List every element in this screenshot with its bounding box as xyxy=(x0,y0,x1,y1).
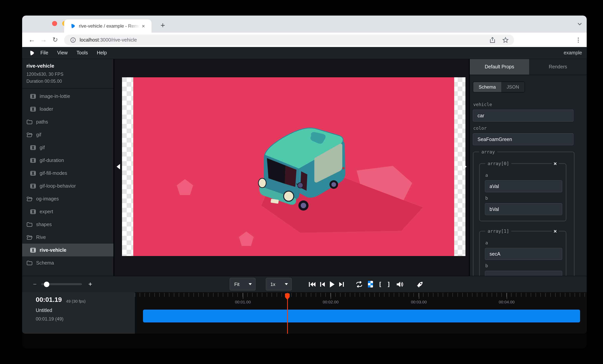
sidebar-item-gif[interactable]: gif xyxy=(22,141,114,154)
browser-tab[interactable]: rive-vehicle / example - Remot × xyxy=(64,19,151,33)
zoom-slider-thumb[interactable] xyxy=(44,282,49,287)
array-field-input[interactable]: bVal xyxy=(485,203,562,215)
folder-closed-icon xyxy=(26,260,33,266)
back-button[interactable]: ← xyxy=(26,36,38,44)
field-input-vehicle[interactable]: car xyxy=(473,110,573,122)
track-duration: 00:01.19 (49) xyxy=(36,316,64,322)
field-input-color[interactable]: SeaFoamGreen xyxy=(473,133,573,145)
share-icon[interactable] xyxy=(489,37,495,43)
composition-icon xyxy=(30,157,36,163)
sidebar-item-Rive[interactable]: Rive xyxy=(22,231,114,244)
forward-button[interactable]: → xyxy=(38,36,49,44)
render-rocket-icon[interactable] xyxy=(417,281,424,288)
reload-button[interactable]: ↻ xyxy=(49,36,61,44)
folder-open-icon xyxy=(26,234,33,240)
toggle-schema[interactable]: Schema xyxy=(473,82,501,92)
remove-array-item-icon[interactable]: × xyxy=(552,228,559,234)
composition-icon xyxy=(30,106,36,112)
set-in-point-icon[interactable]: [ xyxy=(378,281,382,288)
sidebar-item-gif[interactable]: gif xyxy=(22,128,114,141)
transparency-checkerboard-icon[interactable] xyxy=(368,281,373,287)
sidebar-item-expert[interactable]: expert xyxy=(22,205,114,218)
track-name: Untitled xyxy=(36,308,52,313)
canvas-zoom-control: − + xyxy=(33,276,92,292)
ruler-second-tick xyxy=(419,293,419,299)
props-tabs: Default Props Renders xyxy=(470,59,587,75)
tab-default-props[interactable]: Default Props xyxy=(470,59,529,75)
sidebar-item-rive-vehicle[interactable]: rive-vehicle xyxy=(22,244,114,256)
sidebar-item-Schema[interactable]: Schema xyxy=(22,256,114,269)
array-item-group: array[0] × a aVal b bVal xyxy=(479,163,567,221)
ruler-label: 00:01.00 xyxy=(227,299,258,304)
array-field-input[interactable] xyxy=(485,271,562,276)
loop-icon[interactable] xyxy=(356,281,363,287)
array-field-input[interactable]: secA xyxy=(485,248,562,260)
sidebar-item-og-images[interactable]: og-images xyxy=(22,192,114,205)
compositions-sidebar: rive-vehicle 1200x630, 30 FPS Duration 0… xyxy=(22,59,114,276)
tab-renders[interactable]: Renders xyxy=(529,59,587,75)
close-window-button[interactable] xyxy=(52,21,57,26)
array-field-input[interactable]: aVal xyxy=(485,180,562,192)
main-area: rive-vehicle 1200x630, 30 FPS Duration 0… xyxy=(22,59,587,276)
volume-icon[interactable] xyxy=(397,281,404,287)
sidebar-item-gif-loop-behavior[interactable]: gif-loop-behavior xyxy=(22,180,114,192)
timeline-track-area[interactable]: 00:01.0000:02.0000:03.0000:04.00 xyxy=(135,292,587,334)
timeline-track-bar[interactable] xyxy=(143,310,580,322)
sidebar-item-shapes[interactable]: shapes xyxy=(22,218,114,231)
tab-close-icon[interactable]: × xyxy=(142,23,145,29)
zoom-in-icon[interactable]: + xyxy=(88,280,92,288)
play-icon[interactable] xyxy=(329,281,335,287)
jump-to-start-icon[interactable] xyxy=(309,282,315,287)
address-bar[interactable]: localhost:3000/rive-vehicle xyxy=(64,34,514,45)
field-label-vehicle: vehicle xyxy=(473,102,587,107)
site-info-icon[interactable] xyxy=(70,37,76,43)
remotion-logo-icon[interactable] xyxy=(29,50,35,56)
timeline-ruler[interactable] xyxy=(135,293,587,297)
url-text: localhost:3000/rive-vehicle xyxy=(80,37,137,43)
composition-icon xyxy=(30,170,36,176)
composition-icon xyxy=(30,247,36,253)
next-frame-icon[interactable] xyxy=(339,282,344,287)
current-timecode: 00:01.19 xyxy=(36,296,62,304)
remove-array-item-icon[interactable]: × xyxy=(552,160,559,167)
set-out-point-icon[interactable]: ] xyxy=(387,281,391,288)
array-field-label: b xyxy=(485,195,566,201)
folder-closed-icon xyxy=(26,221,33,228)
sidebar-item-loader[interactable]: loader xyxy=(22,102,114,115)
zoom-out-icon[interactable]: − xyxy=(33,281,37,288)
collapse-props-arrow-icon[interactable] xyxy=(463,164,467,169)
menu-file[interactable]: File xyxy=(40,50,48,56)
array-field-label: a xyxy=(485,240,566,246)
composition-resolution: 1200x630, 30 FPS xyxy=(26,71,109,78)
new-tab-button[interactable]: + xyxy=(157,20,168,31)
folder-closed-icon xyxy=(26,119,33,125)
composition-canvas[interactable] xyxy=(122,77,465,256)
menu-tools[interactable]: Tools xyxy=(77,50,88,56)
speed-dropdown[interactable]: 1x xyxy=(266,278,292,291)
ruler-second-tick xyxy=(331,293,331,299)
composition-icon xyxy=(30,208,36,215)
tab-title: rive-vehicle / example - Remot xyxy=(79,23,141,29)
browser-menu-icon[interactable]: ⋮ xyxy=(575,36,581,43)
previous-frame-icon[interactable] xyxy=(320,282,325,287)
collapse-sidebar-arrow-icon[interactable] xyxy=(116,164,120,169)
timeline-info-panel: 00:01.19 49 (30 fps) Untitled 00:01.19 (… xyxy=(22,292,135,334)
toggle-json[interactable]: JSON xyxy=(501,82,524,92)
sidebar-item-paths[interactable]: paths xyxy=(22,115,114,128)
browser-tabstrip: rive-vehicle / example - Remot × + xyxy=(22,16,587,33)
sidebar-item-image-in-lottie[interactable]: image-in-lottie xyxy=(22,90,114,102)
menu-help[interactable]: Help xyxy=(97,50,107,56)
playhead-handle[interactable] xyxy=(284,293,290,301)
sidebar-item-gif-duration[interactable]: gif-duration xyxy=(22,154,114,167)
sidebar-item-gif-fill-modes[interactable]: gif-fill-modes xyxy=(22,167,114,180)
menu-view[interactable]: View xyxy=(57,50,68,56)
tab-search-chevron-icon[interactable] xyxy=(577,22,582,26)
array-field: a aVal xyxy=(485,172,566,192)
bookmark-star-icon[interactable] xyxy=(502,37,509,43)
ruler-second-tick xyxy=(243,293,243,299)
fit-dropdown[interactable]: Fit xyxy=(230,278,256,291)
screen: rive-vehicle / example - Remot × + ← → ↻… xyxy=(0,0,603,364)
props-panel: Default Props Renders Schema JSON vehicl… xyxy=(470,59,587,276)
playback-toolbar: − + Fit 1x xyxy=(22,276,587,292)
zoom-slider[interactable] xyxy=(41,283,82,285)
